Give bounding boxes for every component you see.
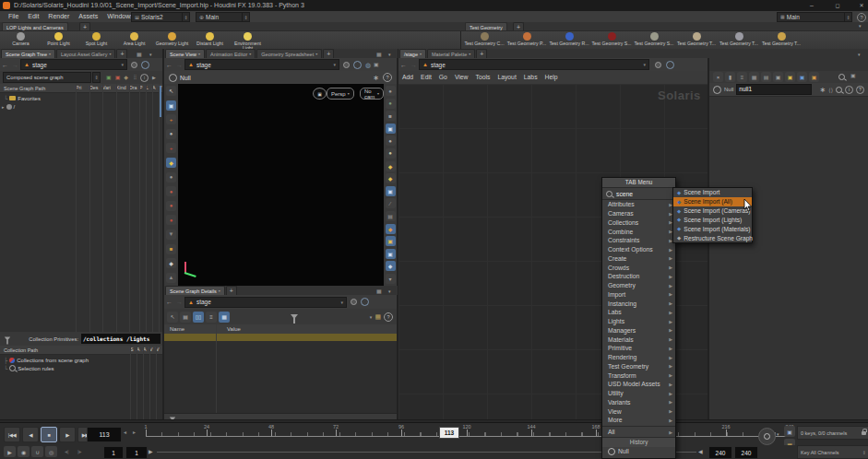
tab-menu-item[interactable]: Geometry ▶ [602, 281, 675, 290]
display-path-icon[interactable]: ∕ [386, 198, 396, 208]
viewport-lock-icon[interactable]: ▣ [313, 88, 327, 100]
secure-selection-icon[interactable]: ▣ [166, 100, 176, 111]
tab-menu-item[interactable]: Labs ▶ [602, 308, 675, 317]
nav-forward-icon[interactable]: → [10, 62, 20, 68]
network-pane-add-tab[interactable]: + [476, 49, 487, 58]
tab-menu-item[interactable]: Cameras ▶ [602, 209, 675, 218]
shelf-tool[interactable]: Camera [2, 31, 40, 46]
key-all-channels-dropdown[interactable]: Key All Channels ⇕ [797, 445, 868, 459]
submenu-item[interactable]: ◆ Scene Import [673, 188, 752, 197]
history-item-null[interactable]: Null [602, 447, 675, 456]
viewport-pane-menu-icon[interactable]: ▾ [388, 52, 391, 57]
next-key-icon[interactable]: |▸ [77, 448, 82, 454]
viewport-pane-add-tab[interactable]: + [323, 49, 334, 58]
snapshot-panel-icon[interactable]: ▣ [374, 62, 379, 67]
quickmarks-icon[interactable]: ◆ [166, 258, 176, 268]
current-frame-field[interactable]: 113 [87, 427, 122, 442]
link-icon[interactable] [361, 298, 369, 306]
tab-stage[interactable]: /stage▾ [399, 49, 426, 58]
ghost-objects-icon[interactable]: ● [386, 99, 396, 109]
radial-menu-spinner[interactable]: ⇕ [242, 12, 250, 22]
trs-icon[interactable]: ▦ [219, 312, 230, 323]
tab-animation-editor[interactable]: Animation Editor▾ [206, 49, 256, 58]
range-substart-field[interactable]: 1 [125, 446, 148, 459]
nav-forward-icon[interactable]: → [409, 62, 419, 68]
range-slider-right-handle[interactable]: ◀ [698, 448, 703, 454]
submenu-item[interactable]: ◆ Restructure Scene Graph [673, 233, 752, 242]
display-bulb-icon[interactable]: ● [386, 148, 396, 159]
tree-column-header[interactable]: Des [89, 85, 98, 90]
tree-row-root[interactable]: ▸ / [2, 102, 15, 111]
network-menu-item[interactable]: Tools [472, 72, 494, 83]
pin-icon[interactable] [655, 62, 661, 68]
search-icon[interactable] [836, 87, 842, 93]
high-quality-icon[interactable]: ▣ [386, 186, 396, 196]
params-panel-icon[interactable]: ▣ [850, 73, 856, 78]
jump-start-button[interactable]: |◀◀ [4, 427, 20, 442]
range-end-field[interactable]: 240 [708, 446, 732, 459]
tab-menu-item[interactable]: Import ▶ [602, 290, 675, 300]
camera-tree-icon[interactable]: ◆ [124, 75, 128, 80]
snapshot-icon[interactable]: ▲ [166, 273, 176, 283]
keys-info-box[interactable]: 0 keys, 0/0 channels [797, 426, 868, 440]
shelf-tool[interactable]: Distant Light [191, 31, 229, 46]
range-subend-field[interactable]: 240 [734, 446, 758, 459]
timeline-ruler[interactable]: 1 24 48 72 96 120 14 [144, 424, 795, 444]
shelf-tool[interactable]: Test Geometry T... [760, 31, 803, 46]
handles-icon[interactable]: + [166, 114, 176, 124]
gear-icon[interactable]: ∗ [820, 86, 826, 94]
help-icon[interactable]: ? [384, 312, 393, 322]
tab-menu-item[interactable]: USD Model Assets ▶ [602, 380, 675, 389]
tab-menu-item[interactable]: Attributes ▶ [602, 200, 675, 209]
tab-menu-item[interactable]: Variants ▶ [602, 398, 675, 407]
bracket-icon[interactable]: ⟨⟩ [828, 87, 833, 93]
tab-geometry-spreadsheet[interactable]: Geometry Spreadsheet▾ [256, 49, 322, 58]
persp-selector[interactable]: Persp▾ [327, 88, 354, 100]
network-menu-item[interactable]: Labs [520, 72, 541, 83]
menu-item[interactable]: File [4, 11, 23, 22]
nav-forward-icon[interactable]: → [174, 62, 184, 68]
prev-key-icon[interactable]: ◂| [65, 448, 69, 454]
pin-icon[interactable] [131, 62, 137, 68]
left-pane-layout-icon[interactable]: ▦ [137, 51, 142, 57]
auto-key-icon[interactable]: ▣ [784, 426, 795, 437]
playbar-options-icon[interactable]: ▶ [4, 446, 16, 457]
minimize-button[interactable]: – [804, 0, 819, 11]
tab-menu-item[interactable]: Collections ▶ [602, 218, 675, 228]
menu-item[interactable]: Assets [74, 11, 102, 22]
display-points-icon[interactable]: ▣ [386, 124, 396, 134]
details-pane-layout-icon[interactable]: ▦ [376, 288, 382, 294]
params-search-icon[interactable] [838, 74, 845, 80]
tab-menu-item[interactable]: Test Geometry ▶ [602, 362, 675, 371]
nav-back-icon[interactable]: ← [164, 299, 174, 305]
list-view-icon[interactable]: ▤ [180, 312, 191, 323]
details-pane-add-tab[interactable]: + [226, 286, 237, 295]
filter-dropdown-icon[interactable]: ▾ [370, 314, 373, 320]
shelf-tool[interactable]: Test Geometry T... [718, 31, 760, 46]
details-value-col[interactable]: Value [184, 326, 241, 332]
hud-info-icon[interactable]: ◆ [386, 261, 396, 271]
viewport-canvas[interactable]: ▣ Persp▾ No cam▾ [178, 84, 384, 286]
play-reverse-button[interactable]: ◀ [22, 427, 39, 442]
details-name-col[interactable]: Name [164, 326, 184, 332]
pin-icon[interactable] [351, 299, 357, 305]
light-normal-icon[interactable]: ◆ [386, 173, 396, 183]
bookmark-icon[interactable]: ▮ [725, 72, 735, 82]
rows-icon[interactable]: ≡ [206, 312, 217, 323]
network-menu-item[interactable]: Layout [493, 72, 519, 83]
node-name-field[interactable]: null1 [736, 84, 812, 95]
tab-menu-item[interactable]: Rendering ▶ [602, 353, 675, 362]
audio-icon[interactable]: ◉ [18, 446, 30, 457]
tab-scene-view[interactable]: Scene View▾ [165, 49, 205, 58]
submenu-item[interactable]: ◆ Scene Import (Lights) [673, 215, 752, 224]
tab-menu-item[interactable]: Create ▶ [602, 254, 675, 264]
view-mode-dropdown[interactable]: Composed scene graph [3, 72, 91, 83]
desktop-selector[interactable]: ⊞ Solaris2 [131, 12, 186, 22]
tab-menu-item[interactable]: Primitive ▶ [602, 344, 675, 353]
network-menu-item[interactable]: View [451, 72, 472, 83]
info-icon[interactable]: i [140, 74, 149, 82]
tab-menu-item[interactable]: Constraints ▶ [602, 236, 675, 245]
shelf-tool[interactable]: Spot Light [77, 31, 115, 46]
tab-menu-item[interactable]: Materials ▶ [602, 335, 675, 344]
globe-icon[interactable]: ◍ [365, 62, 371, 68]
